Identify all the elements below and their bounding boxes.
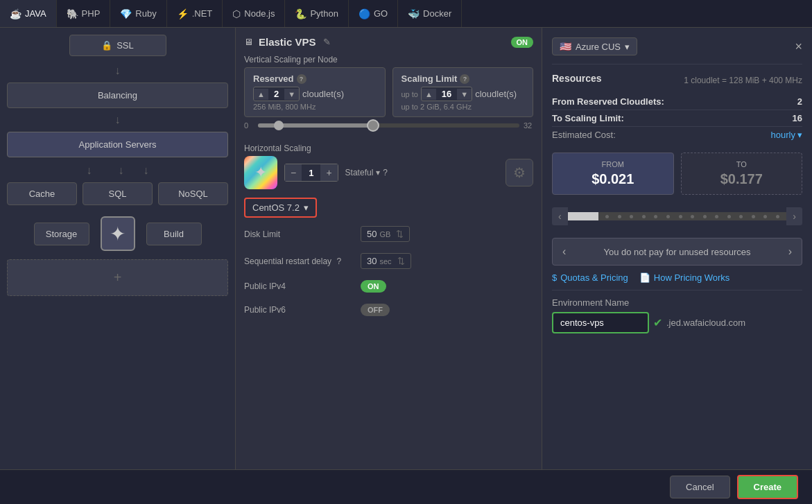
price-dot-4: [642, 215, 646, 218]
tab-net[interactable]: ⚡ .NET: [167, 0, 223, 27]
tab-python[interactable]: 🐍 Python: [285, 0, 348, 27]
region-selector[interactable]: 🇺🇸 Azure CUS ▾: [552, 37, 637, 55]
links-row: $ Quotas & Pricing 📄 How Pricing Works: [552, 272, 802, 283]
quotas-pricing-link[interactable]: $ Quotas & Pricing: [552, 272, 628, 283]
seq-value: 30: [367, 256, 377, 266]
reserved-decrement-button[interactable]: ▲: [254, 89, 268, 100]
advanced-settings-button[interactable]: ⚙: [506, 159, 533, 186]
region-label: Azure CUS: [576, 42, 621, 52]
tab-php-label: PHP: [82, 8, 101, 19]
stateful-selector[interactable]: Stateful ▾ ?: [345, 168, 388, 177]
count-decrement-button[interactable]: −: [285, 164, 302, 181]
tab-ruby-label: Ruby: [135, 8, 156, 19]
balancing-node[interactable]: Balancing: [7, 82, 228, 108]
arrow-down-5-icon: ↓: [144, 164, 149, 177]
sql-label: SQL: [108, 189, 126, 199]
cache-node[interactable]: Cache: [7, 182, 77, 205]
resources-note: 1 cloudlet = 128 MiB + 400 MHz: [684, 76, 802, 85]
pricing-slider-dots: [598, 215, 786, 218]
env-domain-label: .jed.wafaicloud.com: [666, 318, 745, 328]
scaling-increment-button[interactable]: ▼: [457, 89, 472, 100]
sql-node[interactable]: SQL: [83, 182, 153, 205]
price-dot-6: [666, 215, 670, 218]
nosql-node[interactable]: NoSQL: [158, 182, 228, 205]
env-check-icon: ✔: [653, 316, 662, 329]
storage-label: Storage: [46, 229, 78, 239]
from-reserved-value: 2: [797, 96, 802, 107]
slider-thumb-scaling[interactable]: [367, 119, 379, 132]
public-ipv6-row: Public IPv6 OFF: [244, 304, 533, 316]
stateful-help-icon[interactable]: ?: [383, 168, 388, 177]
nodejs-icon: ⬡: [232, 8, 241, 19]
resources-section: Resources 1 cloudlet = 128 MiB + 400 MHz…: [552, 73, 802, 143]
app-servers-node[interactable]: Application Servers: [7, 132, 228, 157]
price-dot-12: [739, 215, 743, 218]
pricing-slider-track[interactable]: [568, 212, 787, 220]
scaling-help-icon[interactable]: ?: [460, 74, 469, 84]
seq-help-icon[interactable]: ?: [336, 257, 341, 266]
create-button[interactable]: Create: [737, 475, 798, 499]
slider-thumb-reserved[interactable]: [274, 121, 284, 130]
price-to-box: TO $0.177: [681, 153, 803, 195]
price-dot-1: [605, 215, 609, 218]
resources-title: Resources: [552, 73, 602, 84]
estimated-cost-value[interactable]: hourly ▾: [771, 130, 802, 140]
tab-python-label: Python: [310, 8, 338, 19]
tab-docker[interactable]: 🐳 Docker: [398, 0, 462, 27]
price-from-box: FROM $0.021: [552, 153, 674, 195]
how-pricing-link[interactable]: 📄 How Pricing Works: [639, 272, 730, 283]
build-node[interactable]: Build: [146, 223, 202, 245]
banner-next-button[interactable]: ›: [788, 245, 792, 258]
price-dot-15: [776, 215, 779, 218]
pricing-slider-right-button[interactable]: ›: [786, 207, 802, 225]
storage-node[interactable]: Storage: [34, 223, 89, 245]
reserved-stepper[interactable]: ▲ 2 ▼: [253, 87, 300, 101]
flag-icon: 🇺🇸: [560, 41, 571, 52]
go-icon: 🔵: [359, 8, 370, 19]
add-node-button[interactable]: +: [7, 259, 228, 296]
close-button[interactable]: ×: [795, 40, 802, 54]
cancel-button[interactable]: Cancel: [670, 476, 729, 498]
tab-ruby[interactable]: 💎 Ruby: [110, 0, 166, 27]
seq-stepper-icon[interactable]: ⇅: [397, 256, 405, 266]
node-count-stepper[interactable]: − 1 +: [284, 164, 338, 182]
estimated-cost-row: Estimated Cost: hourly ▾: [552, 127, 802, 143]
server-icon: 🖥: [244, 37, 253, 47]
os-label: CentOS 7.2: [252, 202, 300, 213]
public-ipv4-toggle[interactable]: ON: [361, 280, 386, 293]
region-dropdown-icon: ▾: [625, 42, 630, 52]
tab-java[interactable]: ☕ JAVA: [0, 0, 57, 27]
to-scaling-row: To Scaling Limit: 16: [552, 110, 802, 127]
elastic-vps-toggle[interactable]: ON: [511, 37, 534, 48]
banner-prev-button[interactable]: ‹: [562, 245, 566, 258]
lang-tabs-bar: ☕ JAVA 🐘 PHP 💎 Ruby ⚡ .NET ⬡ Node.js 🐍 P…: [0, 0, 812, 28]
count-increment-button[interactable]: +: [320, 164, 337, 181]
reserved-help-icon[interactable]: ?: [297, 74, 306, 84]
os-selector-button[interactable]: CentOS 7.2 ▾: [244, 198, 317, 218]
scaling-decrement-button[interactable]: ▲: [422, 89, 436, 100]
price-from-value: $0.021: [560, 171, 666, 187]
disk-stepper-icon[interactable]: ⇅: [396, 229, 404, 239]
tab-php[interactable]: 🐘 PHP: [57, 0, 111, 27]
seq-delay-input[interactable]: 30 sec ⇅: [361, 253, 411, 269]
lock-icon: 🔒: [101, 40, 112, 51]
python-icon: 🐍: [295, 8, 306, 19]
scaling-stepper[interactable]: ▲ 16 ▼: [421, 87, 472, 101]
price-dot-7: [679, 215, 682, 218]
reserved-increment-button[interactable]: ▼: [284, 89, 299, 100]
tab-nodejs[interactable]: ⬡ Node.js: [223, 0, 285, 27]
seq-unit: sec: [379, 257, 391, 266]
public-ipv6-toggle[interactable]: OFF: [361, 304, 390, 316]
tab-go[interactable]: 🔵 GO: [349, 0, 398, 27]
seq-restart-label: Sequential restart delay ?: [244, 257, 355, 266]
pricing-slider-left-button[interactable]: ‹: [552, 207, 568, 225]
tab-docker-label: Docker: [423, 8, 451, 19]
jelastic-icon-node[interactable]: ✦: [101, 216, 135, 251]
ssl-button[interactable]: 🔒 SSL: [69, 35, 166, 56]
pricing-slider-fill: [568, 212, 598, 220]
cloudlets-slider-track[interactable]: [258, 123, 519, 128]
arrow-down-2-icon: ↓: [7, 114, 228, 126]
disk-limit-input[interactable]: 50 GB ⇅: [361, 226, 410, 242]
env-name-input[interactable]: [552, 312, 649, 333]
slider-min-label: 0: [244, 121, 254, 130]
